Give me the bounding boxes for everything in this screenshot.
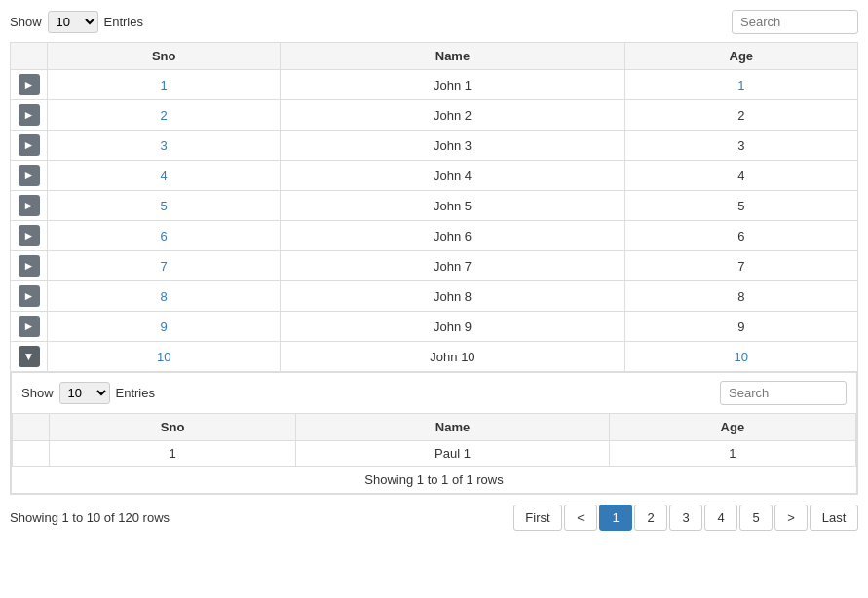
main-table: Sno Name Age ►1John 11►2John 22►3John 33… [10,42,858,495]
sub-table-row: Show 102550100 Entries Sno Name Age 1 Pa… [11,372,858,495]
name-cell: John 3 [281,131,624,161]
sub-entries-label: Entries [116,386,155,400]
sub-expand-col [13,414,50,441]
sno-link[interactable]: 7 [161,259,168,274]
sno-link[interactable]: 1 [161,78,168,93]
age-cell: 6 [624,221,857,251]
name-cell: John 8 [281,281,624,312]
sub-table-section: Show 102550100 Entries Sno Name Age 1 Pa… [11,372,857,494]
sub-search-input[interactable] [720,381,847,405]
page-3-button[interactable]: 3 [669,505,702,531]
footer: Showing 1 to 10 of 120 rows First < 1 2 … [10,495,858,535]
page-2-button[interactable]: 2 [634,505,667,531]
page-5-button[interactable]: 5 [739,505,773,531]
expand-button[interactable]: ▼ [19,346,40,367]
sno-link[interactable]: 6 [161,229,168,243]
main-table-head: Sno Name Age [11,43,858,70]
show-entries-left: Show 10 25 50 100 Entries [10,11,143,33]
sub-page-size-select[interactable]: 102550100 [59,382,110,404]
sub-sno-col: Sno [50,414,296,441]
expand-button[interactable]: ► [19,74,40,95]
page-1-button[interactable]: 1 [599,505,632,531]
name-cell: John 6 [281,221,624,251]
sub-show-left: Show 102550100 Entries [21,382,155,404]
sub-table-info: Showing 1 to 1 of 1 rows [12,467,856,493]
expand-col-header [11,43,48,70]
name-cell: John 2 [281,100,624,131]
sno-link[interactable]: 9 [161,319,168,334]
page-size-select[interactable]: 10 25 50 100 [48,11,98,33]
page-last-button[interactable]: Last [810,505,858,531]
sno-link[interactable]: 5 [161,199,168,213]
page-4-button[interactable]: 4 [704,505,737,531]
table-row: ►2John 22 [11,100,858,131]
sub-expand-cell [13,441,50,467]
sub-show-label: Show [21,386,54,400]
table-row: ►7John 77 [11,251,858,281]
page-next-button[interactable]: > [774,505,808,531]
table-row: ▼10John 1010 [11,342,858,372]
expand-button[interactable]: ► [19,285,40,307]
sno-link[interactable]: 8 [161,289,168,304]
show-label: Show [10,15,42,29]
sub-table: Sno Name Age 1 Paul 1 1 [12,413,856,467]
sub-table-header-row: Sno Name Age [13,414,856,441]
age-cell: 4 [624,161,857,191]
age-cell: 9 [624,312,857,342]
table-row: ►8John 88 [11,281,858,312]
sno-link[interactable]: 3 [161,138,168,153]
page-first-button[interactable]: First [513,505,562,531]
top-toolbar: Show 10 25 50 100 Entries [10,10,858,34]
expand-button[interactable]: ► [19,134,40,156]
main-table-header-row: Sno Name Age [11,43,858,70]
sno-link[interactable]: 4 [161,168,168,183]
main-wrapper: Show 10 25 50 100 Entries Sno Name Age ►… [0,0,868,544]
expand-button[interactable]: ► [19,165,40,186]
page-prev-button[interactable]: < [564,505,597,531]
age-cell: 2 [624,100,857,131]
sno-link[interactable]: 10 [157,350,170,364]
name-cell: John 10 [281,342,624,372]
name-cell: John 1 [281,70,624,100]
expand-button[interactable]: ► [19,255,40,277]
sno-link[interactable]: 2 [161,108,168,123]
pagination: First < 1 2 3 4 5 > Last [513,505,858,531]
expand-button[interactable]: ► [19,316,40,337]
sub-sno-cell: 1 [50,441,296,467]
entries-label: Entries [104,15,143,29]
name-cell: John 5 [281,191,624,221]
sub-age-cell: 1 [609,441,855,467]
table-row: ►6John 66 [11,221,858,251]
table-row: ►5John 55 [11,191,858,221]
sub-name-cell: Paul 1 [296,441,610,467]
expand-button[interactable]: ► [19,104,40,126]
table-row: ►1John 11 [11,70,858,100]
table-row: ►4John 44 [11,161,858,191]
age-cell: 5 [624,191,857,221]
age-cell: 8 [624,281,857,312]
main-table-body: ►1John 11►2John 22►3John 33►4John 44►5Jo… [11,70,858,495]
footer-info: Showing 1 to 10 of 120 rows [10,510,170,525]
age-cell: 7 [624,251,857,281]
sno-col-header: Sno [48,43,281,70]
age-cell: 3 [624,131,857,161]
table-row: ►3John 33 [11,131,858,161]
name-cell: John 4 [281,161,624,191]
sub-table-data-row: 1 Paul 1 1 [13,441,856,467]
name-col-header: Name [281,43,624,70]
sub-age-col: Age [609,414,855,441]
expand-button[interactable]: ► [19,225,40,246]
table-row: ►9John 99 [11,312,858,342]
age-link[interactable]: 1 [737,78,744,93]
name-cell: John 9 [281,312,624,342]
age-link[interactable]: 10 [735,350,748,364]
expand-button[interactable]: ► [19,195,40,216]
age-col-header: Age [624,43,857,70]
search-input[interactable] [732,10,858,34]
sub-name-col: Name [296,414,610,441]
name-cell: John 7 [281,251,624,281]
